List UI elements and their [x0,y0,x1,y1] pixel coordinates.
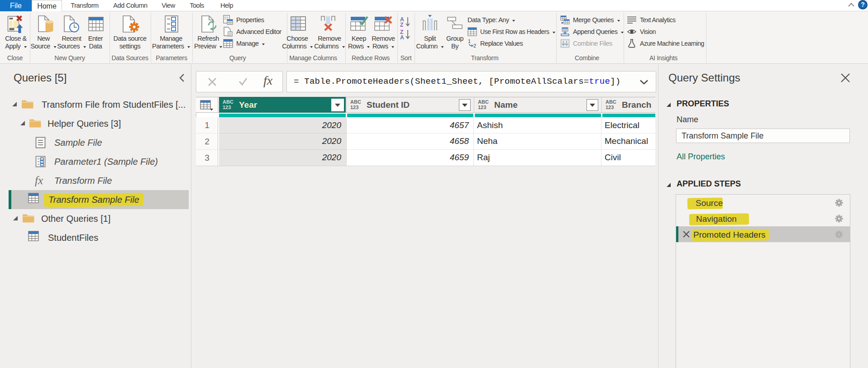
svg-text:1: 1 [468,39,471,44]
svg-text:2: 2 [473,43,476,48]
